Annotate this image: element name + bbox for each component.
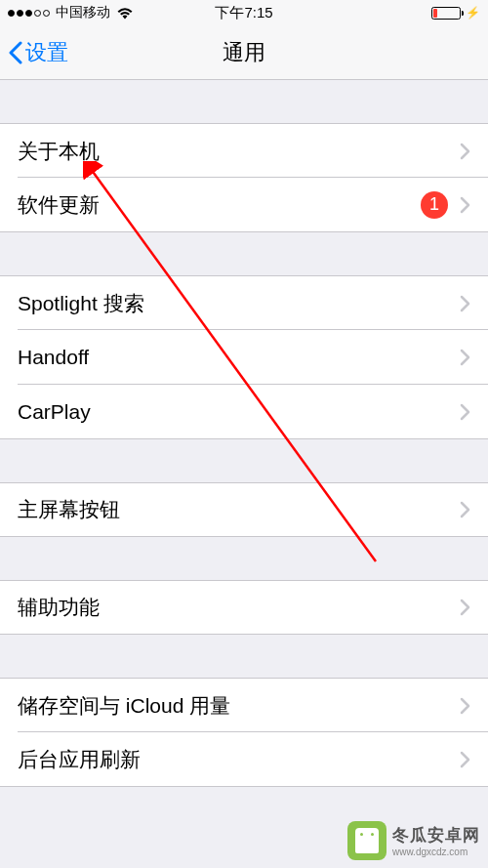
row-label: 软件更新 — [18, 191, 421, 219]
settings-row[interactable]: 辅助功能 — [0, 580, 488, 635]
row-label: 主屏幕按钮 — [18, 496, 460, 523]
settings-group: Spotlight 搜索HandoffCarPlay — [0, 275, 488, 439]
settings-row[interactable]: 后台应用刷新 — [0, 732, 488, 787]
chevron-right-icon — [460, 501, 470, 518]
row-label: 关于本机 — [18, 138, 460, 165]
navigation-bar: 设置 通用 — [0, 25, 488, 80]
chevron-right-icon — [460, 403, 470, 421]
row-label: Spotlight 搜索 — [18, 290, 460, 317]
watermark-title: 冬瓜安卓网 — [392, 824, 480, 847]
carrier-label: 中国移动 — [56, 4, 110, 21]
settings-row[interactable]: CarPlay — [0, 385, 488, 439]
status-right: ⚡ — [431, 6, 480, 20]
settings-group: 关于本机软件更新1 — [0, 123, 488, 232]
settings-row[interactable]: 储存空间与 iCloud 用量 — [0, 678, 488, 732]
chevron-left-icon — [8, 41, 22, 64]
chevron-right-icon — [460, 143, 470, 160]
settings-row[interactable]: 主屏幕按钮 — [0, 482, 488, 537]
battery-icon — [431, 7, 461, 20]
chevron-right-icon — [460, 697, 470, 715]
signal-strength-icon — [8, 10, 50, 17]
row-label: CarPlay — [18, 400, 460, 424]
settings-group: 储存空间与 iCloud 用量后台应用刷新 — [0, 678, 488, 787]
back-button[interactable]: 设置 — [8, 38, 68, 67]
notification-badge: 1 — [421, 191, 448, 219]
chevron-right-icon — [460, 599, 470, 616]
row-label: 辅助功能 — [18, 594, 460, 621]
back-label: 设置 — [25, 38, 68, 67]
settings-content: 关于本机软件更新1Spotlight 搜索HandoffCarPlay主屏幕按钮… — [0, 123, 488, 787]
settings-row[interactable]: 关于本机 — [0, 123, 488, 178]
watermark-url: www.dgxcdz.com — [392, 847, 480, 857]
status-left: 中国移动 — [8, 4, 134, 21]
row-label: 后台应用刷新 — [18, 746, 460, 773]
row-label: 储存空间与 iCloud 用量 — [18, 692, 460, 720]
charging-icon: ⚡ — [466, 6, 480, 20]
page-title: 通用 — [223, 38, 265, 67]
chevron-right-icon — [460, 295, 470, 312]
chevron-right-icon — [460, 349, 470, 366]
settings-group: 辅助功能 — [0, 580, 488, 635]
row-label: Handoff — [18, 346, 460, 369]
status-bar: 中国移动 下午7:15 ⚡ — [0, 0, 488, 25]
settings-row[interactable]: 软件更新1 — [0, 178, 488, 232]
watermark: 冬瓜安卓网 www.dgxcdz.com — [347, 821, 480, 860]
settings-group: 主屏幕按钮 — [0, 482, 488, 537]
chevron-right-icon — [460, 196, 470, 214]
settings-row[interactable]: Handoff — [0, 330, 488, 385]
watermark-icon — [347, 821, 386, 860]
status-time: 下午7:15 — [215, 4, 272, 22]
wifi-icon — [116, 7, 134, 20]
settings-row[interactable]: Spotlight 搜索 — [0, 275, 488, 330]
chevron-right-icon — [460, 751, 470, 768]
